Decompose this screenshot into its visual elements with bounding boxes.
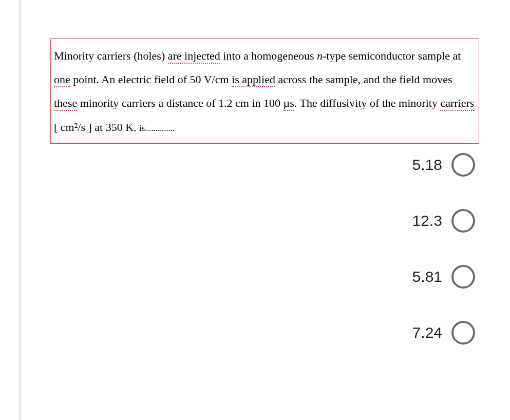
option-2[interactable]: 12.3: [412, 209, 475, 233]
left-vertical-rule: [20, 0, 21, 420]
options-list: 5.18 12.3 5.81 7.24: [50, 153, 479, 345]
question-text: Minority carriers (holes) are injected i…: [54, 44, 476, 139]
radio-icon: [451, 153, 475, 177]
option-label: 12.3: [412, 212, 442, 230]
option-3[interactable]: 5.81: [412, 265, 475, 289]
option-1[interactable]: 5.18: [412, 153, 475, 177]
radio-icon: [451, 209, 475, 233]
option-label: 5.18: [412, 156, 442, 174]
radio-icon: [451, 321, 475, 345]
radio-icon: [451, 265, 475, 289]
question-box: Minority carriers (holes) are injected i…: [50, 39, 479, 144]
option-4[interactable]: 7.24: [412, 321, 475, 345]
option-label: 5.81: [412, 268, 442, 285]
option-label: 7.24: [412, 324, 442, 341]
